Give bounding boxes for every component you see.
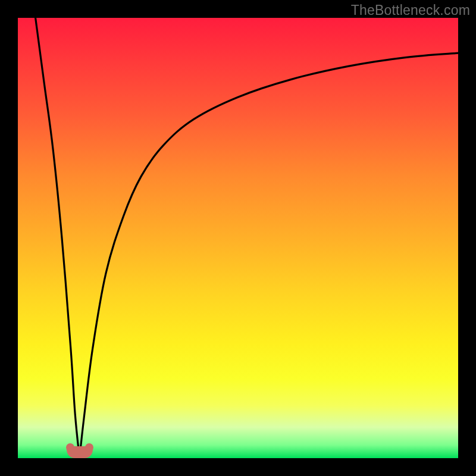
right-branch-curve	[80, 53, 458, 458]
chart-frame: TheBottleneck.com	[0, 0, 476, 476]
left-branch-curve	[36, 18, 80, 458]
optimum-marker	[67, 446, 93, 458]
curve-layer	[18, 18, 458, 458]
plot-area	[18, 18, 458, 458]
watermark-label: TheBottleneck.com	[351, 2, 470, 18]
